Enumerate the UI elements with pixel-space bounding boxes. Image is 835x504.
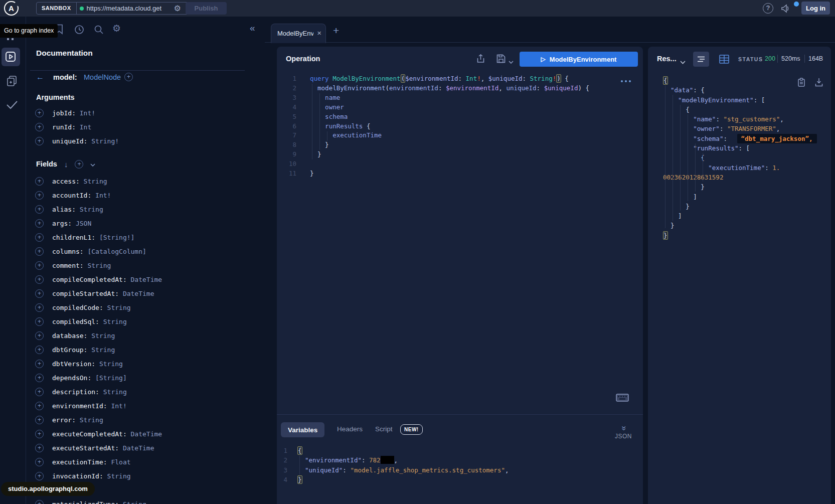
doc-argument-row[interactable]: +jobId: Int! xyxy=(23,106,265,120)
schema-nav-button[interactable] xyxy=(6,74,19,89)
add-to-query-icon[interactable]: + xyxy=(35,331,44,340)
doc-field-row[interactable]: +executeStartedAt: DateTime xyxy=(23,441,265,455)
settings-gear-icon[interactable]: ⚙ xyxy=(112,23,121,34)
indent-guide xyxy=(688,114,688,201)
doc-field-row[interactable]: +accountId: Int! xyxy=(23,189,265,203)
add-to-query-icon[interactable]: + xyxy=(35,303,44,312)
add-to-query-icon[interactable]: + xyxy=(35,346,44,354)
add-all-fields-icon[interactable]: + xyxy=(75,160,83,169)
doc-field-row[interactable]: +childrenL1: [String!] xyxy=(23,231,265,245)
apollo-logo[interactable]: A xyxy=(4,1,19,16)
tab-modelbyenvironment[interactable]: ModelByEnvi... × xyxy=(271,24,326,43)
add-to-query-icon[interactable]: + xyxy=(35,123,44,131)
add-to-query-icon[interactable]: + xyxy=(124,73,133,81)
endpoint-url[interactable]: https://metadata.cloud.get xyxy=(87,5,171,12)
doc-field-row[interactable]: +args: JSON xyxy=(23,217,265,231)
doc-argument-row[interactable]: +runId: Int xyxy=(23,120,265,134)
save-icon[interactable] xyxy=(496,54,506,65)
doc-field-row[interactable]: +comment: String xyxy=(23,259,265,273)
new-tab-icon[interactable]: + xyxy=(333,26,339,36)
connection-status-dot xyxy=(80,7,84,11)
response-chevron-down-icon[interactable] xyxy=(680,57,686,66)
run-operation-button[interactable]: ▷ ModelByEnvironment xyxy=(520,52,638,67)
code-line: "schema": “dbt_mary_jackson”, xyxy=(648,134,828,143)
endpoint-settings-gear-icon[interactable]: ⚙ xyxy=(174,4,181,13)
doc-field-row[interactable]: +error: String xyxy=(23,413,265,427)
collapse-variables-chevron-icon[interactable]: « xyxy=(618,426,628,430)
add-to-query-icon[interactable]: + xyxy=(35,275,44,284)
doc-field-row[interactable]: +materializedType: String xyxy=(23,497,265,504)
add-to-query-icon[interactable]: + xyxy=(35,219,44,228)
doc-field-row[interactable]: +invocationId: String xyxy=(23,469,265,483)
doc-field-row[interactable]: +dbtGroup: String xyxy=(23,343,265,357)
add-to-query-icon[interactable]: + xyxy=(35,500,44,504)
publish-button[interactable]: Publish xyxy=(186,2,227,15)
share-icon[interactable] xyxy=(476,54,485,65)
doc-field-row[interactable]: +dependsOn: [String] xyxy=(23,371,265,385)
add-to-query-icon[interactable]: + xyxy=(35,205,44,214)
collapse-panel-icon[interactable]: « xyxy=(250,23,255,34)
code-line: ] xyxy=(648,211,828,221)
sort-icon[interactable]: ↓ xyxy=(64,160,68,169)
chevron-down-icon[interactable] xyxy=(90,159,95,169)
doc-field-row[interactable]: +environmentId: Int! xyxy=(23,399,265,413)
doc-field-row[interactable]: +dbtVersion: String xyxy=(23,357,265,371)
add-to-query-icon[interactable]: + xyxy=(35,289,44,298)
doc-field-row[interactable]: +compileCompletedAt: DateTime xyxy=(23,273,265,287)
add-to-query-icon[interactable]: + xyxy=(35,388,44,396)
endpoint-input[interactable]: https://metadata.cloud.get ⚙ xyxy=(77,3,188,14)
announcements-megaphone-icon[interactable] xyxy=(780,3,792,14)
tab-script[interactable]: Script xyxy=(375,425,393,433)
doc-field-row[interactable]: +description: String xyxy=(23,385,265,399)
doc-field-row[interactable]: +executeCompletedAt: DateTime xyxy=(23,427,265,441)
add-to-query-icon[interactable]: + xyxy=(35,247,44,256)
add-to-query-icon[interactable]: + xyxy=(35,430,44,438)
add-to-query-icon[interactable]: + xyxy=(35,444,44,452)
login-button[interactable]: Log in xyxy=(801,2,830,15)
doc-field-row[interactable]: +access: String xyxy=(23,175,265,189)
field-type-link[interactable]: ModelNode xyxy=(84,73,121,81)
doc-argument-row[interactable]: +uniqueId: String! xyxy=(23,134,265,148)
keyboard-shortcuts-icon[interactable] xyxy=(616,394,629,404)
add-to-query-icon[interactable]: + xyxy=(35,191,44,200)
help-icon[interactable]: ? xyxy=(763,3,773,14)
close-tab-icon[interactable]: × xyxy=(317,29,321,37)
checks-nav-button[interactable] xyxy=(6,100,19,112)
search-icon[interactable] xyxy=(94,25,104,37)
doc-field-row[interactable]: +compiledSql: String xyxy=(23,315,265,329)
add-to-query-icon[interactable]: + xyxy=(35,177,44,186)
indent-guide xyxy=(312,84,312,159)
add-to-query-icon[interactable]: + xyxy=(35,472,44,480)
explorer-nav-button[interactable] xyxy=(2,48,20,66)
response-viewer[interactable]: { "data": { "modelByEnvironment": [ { "n… xyxy=(648,72,828,240)
add-to-query-icon[interactable]: + xyxy=(35,233,44,242)
code-line: 7 executionTime xyxy=(277,131,643,140)
back-arrow-icon[interactable]: ← xyxy=(36,73,44,82)
doc-field-row[interactable]: +compileStartedAt: DateTime xyxy=(23,287,265,301)
doc-field-row[interactable]: +alias: String xyxy=(23,203,265,217)
variables-editor[interactable]: 1{2 "environmentId": 782,3 "uniqueId": "… xyxy=(277,442,643,485)
add-to-query-icon[interactable]: + xyxy=(35,109,44,117)
doc-field-row[interactable]: +columns: [CatalogColumn] xyxy=(23,245,265,259)
tab-headers[interactable]: Headers xyxy=(337,425,363,433)
table-view-toggle[interactable] xyxy=(716,52,732,67)
add-to-query-icon[interactable]: + xyxy=(35,317,44,326)
add-to-query-icon[interactable]: + xyxy=(35,402,44,410)
add-to-query-icon[interactable]: + xyxy=(35,416,44,424)
add-to-query-icon[interactable]: + xyxy=(35,374,44,382)
add-to-query-icon[interactable]: + xyxy=(35,360,44,368)
doc-field-row[interactable]: +compiledCode: String xyxy=(23,301,265,315)
doc-field-row[interactable]: +executionTime: Float xyxy=(23,455,265,469)
code-line: { xyxy=(648,76,828,85)
indent-guide xyxy=(299,456,300,475)
doc-field-row[interactable]: +database: String xyxy=(23,329,265,343)
add-to-query-icon[interactable]: + xyxy=(35,137,44,145)
code-line: { xyxy=(648,105,828,114)
operation-editor[interactable]: 1query ModelByEnvironment($environmentId… xyxy=(277,71,643,179)
raw-view-toggle[interactable] xyxy=(693,52,709,67)
history-icon[interactable] xyxy=(74,25,84,37)
tab-variables[interactable]: Variables xyxy=(281,422,324,437)
add-to-query-icon[interactable]: + xyxy=(35,261,44,270)
add-to-query-icon[interactable]: + xyxy=(35,458,44,466)
save-options-chevron-icon[interactable] xyxy=(509,57,514,66)
